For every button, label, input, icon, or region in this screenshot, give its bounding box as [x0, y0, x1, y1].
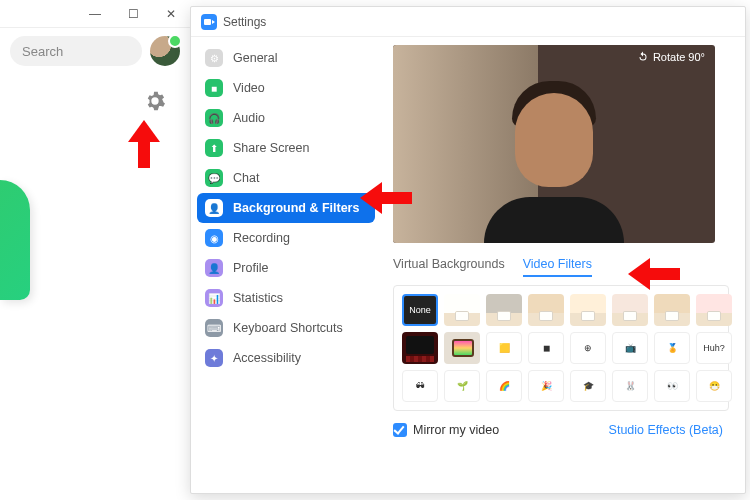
- nav-label: General: [233, 51, 277, 65]
- nav-item-keyboard-shortcuts[interactable]: ⌨Keyboard Shortcuts: [197, 313, 375, 343]
- settings-header: Settings: [191, 7, 745, 37]
- annotation-arrow-nav: [360, 180, 416, 216]
- nav-label: Recording: [233, 231, 290, 245]
- filter-item[interactable]: ◼︎: [528, 332, 564, 364]
- mirror-checkbox[interactable]: Mirror my video: [393, 423, 499, 437]
- filter-item[interactable]: [570, 294, 606, 326]
- filter-item[interactable]: 😷: [696, 370, 732, 402]
- settings-dialog: Settings ⚙General■Video🎧Audio⬆Share Scre…: [190, 6, 746, 494]
- nav-label: Chat: [233, 171, 259, 185]
- nav-item-audio[interactable]: 🎧Audio: [197, 103, 375, 133]
- rotate-label: Rotate 90°: [653, 51, 705, 63]
- nav-item-recording[interactable]: ◉Recording: [197, 223, 375, 253]
- search-placeholder: Search: [22, 44, 63, 59]
- video-preview: Rotate 90°: [393, 45, 715, 243]
- maximize-button[interactable]: ☐: [114, 0, 152, 28]
- nav-icon: ⌨: [205, 319, 223, 337]
- filter-item[interactable]: [402, 332, 438, 364]
- nav-item-share-screen[interactable]: ⬆Share Screen: [197, 133, 375, 163]
- nav-item-general[interactable]: ⚙General: [197, 43, 375, 73]
- filter-item[interactable]: Huh?: [696, 332, 732, 364]
- filter-item[interactable]: [486, 294, 522, 326]
- nav-label: Share Screen: [233, 141, 309, 155]
- nav-item-chat[interactable]: 💬Chat: [197, 163, 375, 193]
- rotate-button[interactable]: Rotate 90°: [637, 51, 705, 63]
- nav-icon: 👤: [205, 259, 223, 277]
- search-input[interactable]: Search: [10, 36, 142, 66]
- filter-item[interactable]: 🟨: [486, 332, 522, 364]
- footer-row: Mirror my video Studio Effects (Beta): [393, 423, 723, 437]
- nav-label: Audio: [233, 111, 265, 125]
- nav-icon: 📊: [205, 289, 223, 307]
- nav-icon: 👤: [205, 199, 223, 217]
- nav-icon: ◉: [205, 229, 223, 247]
- gear-icon[interactable]: [144, 90, 166, 112]
- rotate-icon: [637, 51, 649, 63]
- nav-icon: ⬆: [205, 139, 223, 157]
- nav-label: Accessibility: [233, 351, 301, 365]
- filter-item[interactable]: 🏅: [654, 332, 690, 364]
- settings-sidebar: ⚙General■Video🎧Audio⬆Share Screen💬Chat👤B…: [191, 37, 381, 493]
- annotation-arrow-tab: [628, 256, 684, 292]
- mirror-label: Mirror my video: [413, 423, 499, 437]
- nav-icon: ✦: [205, 349, 223, 367]
- nav-label: Profile: [233, 261, 268, 275]
- filter-item[interactable]: [654, 294, 690, 326]
- nav-label: Statistics: [233, 291, 283, 305]
- studio-effects-link[interactable]: Studio Effects (Beta): [609, 423, 723, 437]
- filter-item[interactable]: [696, 294, 732, 326]
- main-window: ― ☐ ✕ Search: [0, 0, 190, 500]
- filter-item[interactable]: [444, 294, 480, 326]
- nav-item-background-filters[interactable]: 👤Background & Filters: [197, 193, 375, 223]
- annotation-arrow-gear: [124, 120, 164, 170]
- nav-item-statistics[interactable]: 📊Statistics: [197, 283, 375, 313]
- filter-item[interactable]: ⊕: [570, 332, 606, 364]
- filters-grid: None🟨◼︎⊕📺🏅Huh?🕶🌱🌈🎉🎓🐰👀😷: [393, 285, 729, 411]
- nav-icon: 💬: [205, 169, 223, 187]
- minimize-button[interactable]: ―: [76, 0, 114, 28]
- filter-item[interactable]: 🌈: [486, 370, 522, 402]
- zoom-icon: [201, 14, 217, 30]
- nav-label: Keyboard Shortcuts: [233, 321, 343, 335]
- nav-icon: ■: [205, 79, 223, 97]
- decorative-swoosh: [0, 180, 30, 300]
- nav-icon: 🎧: [205, 109, 223, 127]
- filter-item[interactable]: 🕶: [402, 370, 438, 402]
- filter-item[interactable]: [444, 332, 480, 364]
- close-button[interactable]: ✕: [152, 0, 190, 28]
- nav-item-accessibility[interactable]: ✦Accessibility: [197, 343, 375, 373]
- nav-label: Background & Filters: [233, 201, 359, 215]
- filter-item[interactable]: [612, 294, 648, 326]
- filter-item[interactable]: 📺: [612, 332, 648, 364]
- nav-item-profile[interactable]: 👤Profile: [197, 253, 375, 283]
- nav-label: Video: [233, 81, 265, 95]
- filter-item[interactable]: 🎓: [570, 370, 606, 402]
- settings-content: Rotate 90° Virtual Backgrounds Video Fil…: [381, 37, 745, 493]
- nav-icon: ⚙: [205, 49, 223, 67]
- tab-virtual-backgrounds[interactable]: Virtual Backgrounds: [393, 257, 505, 277]
- search-row: Search: [0, 28, 190, 74]
- filter-item[interactable]: 🐰: [612, 370, 648, 402]
- settings-title: Settings: [223, 15, 266, 29]
- filter-item[interactable]: 🌱: [444, 370, 480, 402]
- filter-item[interactable]: [528, 294, 564, 326]
- nav-item-video[interactable]: ■Video: [197, 73, 375, 103]
- avatar[interactable]: [150, 36, 180, 66]
- title-bar: ― ☐ ✕: [0, 0, 190, 28]
- check-icon: [393, 423, 407, 437]
- filter-item[interactable]: None: [402, 294, 438, 326]
- tab-video-filters[interactable]: Video Filters: [523, 257, 592, 277]
- filter-item[interactable]: 👀: [654, 370, 690, 402]
- filter-item[interactable]: 🎉: [528, 370, 564, 402]
